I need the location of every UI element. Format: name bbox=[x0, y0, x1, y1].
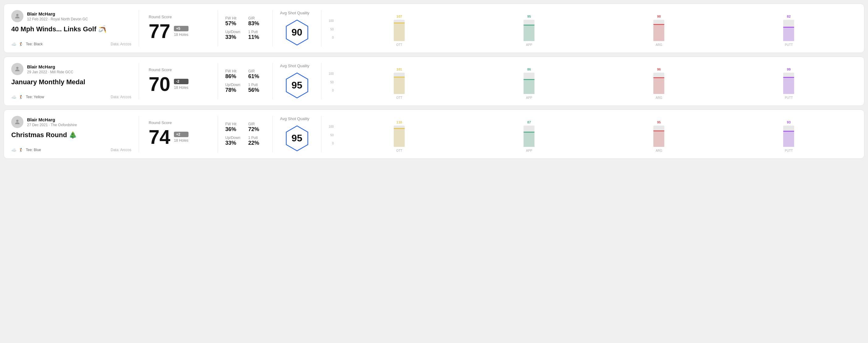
card-footer: ☁️ 🏌️ Tee: Yellow Data: Arccos bbox=[11, 95, 131, 99]
bar-group-app: 86 APP bbox=[466, 67, 592, 99]
person-icon bbox=[14, 13, 21, 20]
round-score-label: Round Score bbox=[149, 14, 208, 19]
chart-y-axis: 100 50 0 bbox=[329, 19, 334, 46]
player-date-course: 29 Jan 2022 · Mill Ride GCC bbox=[27, 70, 73, 74]
round-title: 40 Mph Winds... Links Golf 🪃 bbox=[11, 25, 131, 33]
player-name: Blair McHarg bbox=[27, 64, 73, 69]
bar-group-app: 87 APP bbox=[466, 120, 592, 152]
updown-label: Up/Down bbox=[225, 83, 242, 87]
quality-score: 90 bbox=[291, 27, 303, 38]
bar-container bbox=[524, 126, 534, 147]
tee-label: Tee: Black bbox=[26, 42, 42, 46]
y-label-50: 50 bbox=[329, 81, 334, 84]
bar-group-putt: 99 PUTT bbox=[726, 67, 852, 99]
stat-updown: Up/Down 33% bbox=[225, 136, 242, 146]
bar-fill bbox=[394, 77, 405, 94]
data-source: Data: Arccos bbox=[111, 148, 131, 152]
svg-point-1 bbox=[16, 67, 18, 69]
updown-value: 78% bbox=[225, 87, 242, 93]
bar-container bbox=[653, 126, 664, 147]
bar-fill bbox=[524, 26, 534, 41]
round-title: January Monthly Medal bbox=[11, 78, 131, 86]
score-row: 77 +5 18 Holes bbox=[149, 22, 208, 41]
gir-label: GIR bbox=[248, 16, 266, 20]
card-chart: 100 50 0 110 OTT 87 APP 95 bbox=[321, 116, 857, 152]
holes-label: 18 Holes bbox=[174, 86, 188, 90]
bar-value: 82 bbox=[787, 14, 790, 18]
player-date-course: 12 Feb 2022 · Royal North Devon GC bbox=[27, 17, 88, 21]
tee-info: ☁️ 🏌️ Tee: Black bbox=[11, 42, 42, 46]
oneputt-label: 1 Putt bbox=[248, 136, 266, 140]
stats-grid: FW Hit 36% GIR 72% Up/Down 33% 1 Putt 22… bbox=[225, 122, 265, 146]
round-score-label: Round Score bbox=[149, 120, 208, 125]
bar-x-label: APP bbox=[526, 43, 532, 46]
bag-icon: 🏌️ bbox=[19, 95, 23, 99]
score-badge-holes: +2 18 Holes bbox=[174, 132, 188, 143]
card-left: Blair McHarg 27 Dec 2021 · The Oxfordshi… bbox=[11, 116, 139, 152]
fw-hit-value: 86% bbox=[225, 73, 242, 80]
bar-group-arg: 98 ARG bbox=[596, 14, 722, 46]
bar-marker bbox=[524, 25, 534, 26]
score-row: 70 -2 18 Holes bbox=[149, 74, 208, 94]
bar-marker bbox=[524, 132, 534, 132]
fw-hit-value: 36% bbox=[225, 126, 242, 132]
player-info: Blair McHarg 27 Dec 2021 · The Oxfordshi… bbox=[11, 116, 131, 128]
bar-group-app: 95 APP bbox=[466, 14, 592, 46]
bar-group-ott: 107 OTT bbox=[336, 14, 462, 46]
quality-label: Avg Shot Quality bbox=[280, 117, 310, 121]
bar-fill bbox=[524, 132, 534, 147]
bar-container bbox=[653, 20, 664, 41]
fw-hit-value: 57% bbox=[225, 20, 242, 27]
oneputt-label: 1 Putt bbox=[248, 83, 266, 87]
score-diff-badge: +5 bbox=[174, 26, 188, 31]
fw-hit-label: FW Hit bbox=[225, 16, 242, 20]
bars-wrapper: 107 OTT 95 APP 98 ARG 82 bbox=[334, 14, 852, 46]
hexagon-wrapper: 90 bbox=[283, 19, 311, 46]
quality-label: Avg Shot Quality bbox=[280, 64, 310, 68]
quality-label: Avg Shot Quality bbox=[280, 11, 310, 15]
y-label-50: 50 bbox=[329, 28, 334, 31]
bag-icon: 🏌️ bbox=[19, 42, 23, 46]
bar-value: 93 bbox=[787, 120, 790, 124]
bar-value: 101 bbox=[397, 67, 402, 71]
bar-marker bbox=[653, 77, 664, 78]
bars-wrapper: 110 OTT 87 APP 95 ARG 93 bbox=[334, 120, 852, 152]
bar-group-ott: 101 OTT bbox=[336, 67, 462, 99]
bar-group-putt: 82 PUTT bbox=[726, 14, 852, 46]
player-name: Blair McHarg bbox=[27, 117, 77, 122]
round-title: Christmas Round 🎄 bbox=[11, 131, 131, 139]
player-info: Blair McHarg 29 Jan 2022 · Mill Ride GCC bbox=[11, 63, 131, 75]
bar-value: 107 bbox=[397, 14, 402, 18]
stats-grid: FW Hit 57% GIR 83% Up/Down 33% 1 Putt 11… bbox=[225, 16, 265, 40]
oneputt-label: 1 Putt bbox=[248, 30, 266, 34]
bars-wrapper: 101 OTT 86 APP 96 ARG 99 bbox=[334, 67, 852, 99]
chart-container: 100 50 0 110 OTT 87 APP 95 bbox=[329, 116, 852, 152]
tee-label: Tee: Yellow bbox=[26, 95, 44, 99]
card-score: Round Score 74 +2 18 Holes bbox=[139, 116, 218, 152]
y-label-0: 0 bbox=[329, 142, 334, 145]
bar-marker bbox=[394, 23, 405, 23]
avatar bbox=[11, 116, 23, 128]
data-source: Data: Arccos bbox=[111, 42, 131, 46]
bar-x-label: APP bbox=[526, 96, 532, 99]
card-footer: ☁️ 🏌️ Tee: Blue Data: Arccos bbox=[11, 148, 131, 152]
gir-value: 83% bbox=[248, 20, 266, 27]
chart-y-axis: 100 50 0 bbox=[329, 125, 334, 152]
bar-x-label: PUTT bbox=[785, 96, 793, 99]
bar-container bbox=[394, 20, 405, 41]
gir-value: 72% bbox=[248, 126, 266, 132]
quality-score: 95 bbox=[291, 80, 303, 91]
person-icon bbox=[14, 66, 21, 72]
card-stats: FW Hit 86% GIR 61% Up/Down 78% 1 Putt 56… bbox=[218, 63, 273, 99]
fw-hit-label: FW Hit bbox=[225, 69, 242, 73]
bar-value: 110 bbox=[397, 120, 402, 124]
bar-fill bbox=[394, 23, 405, 41]
score-badge-holes: +5 18 Holes bbox=[174, 26, 188, 37]
svg-point-2 bbox=[16, 120, 18, 122]
bar-marker bbox=[783, 131, 794, 132]
weather-icon: ☁️ bbox=[11, 95, 17, 99]
bar-fill bbox=[783, 28, 794, 41]
card-quality: Avg Shot Quality 90 bbox=[273, 10, 321, 46]
stat-oneputt: 1 Putt 11% bbox=[248, 30, 266, 40]
bar-container bbox=[783, 20, 794, 41]
